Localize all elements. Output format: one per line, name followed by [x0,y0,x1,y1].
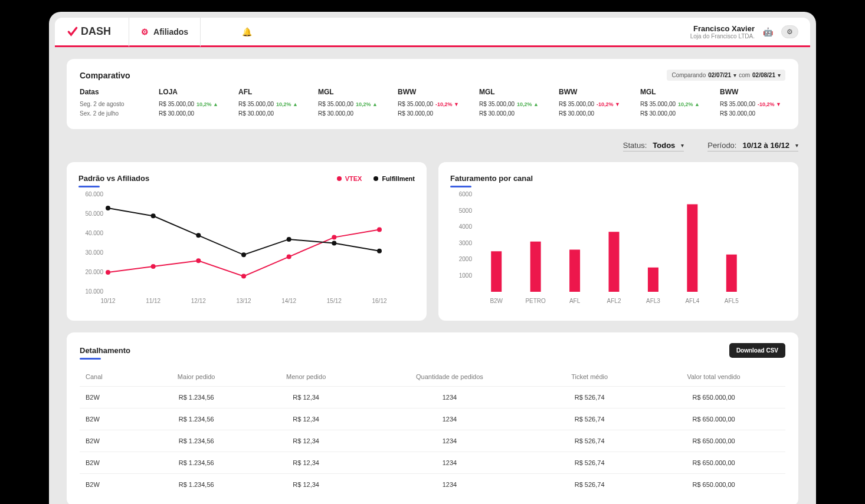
chevron-down-icon: ▾ [778,72,781,78]
user-name: Francisco Xavier [690,24,755,33]
table-cell: R$ 12,34 [250,387,362,409]
svg-text:3000: 3000 [459,240,473,246]
svg-text:AFL2: AFL2 [607,298,621,304]
table-cell: R$ 1.234,56 [143,409,250,430]
svg-point-23 [241,252,246,257]
table-header: Ticket médio [537,367,642,387]
svg-rect-41 [530,242,541,292]
svg-text:5000: 5000 [459,207,473,214]
comparativo-title: Comparativo [80,71,130,80]
detalhamento-table: CanalMaior pedidoMenor pedidoQuantidade … [80,367,785,495]
metric-column: MGL R$ 35.000,00 10,2% ▲ R$ 30.000,00 [318,88,378,118]
metric-column: BWW R$ 35.000,00 -10,2% ▼ R$ 30.000,00 [559,88,620,118]
svg-point-25 [332,241,336,246]
table-cell: B2W [80,474,143,496]
table-cell: R$ 526,74 [537,452,642,474]
filters-bar: Status: Todos ▾ Período: 10/12 à 16/12 ▾ [67,141,798,151]
metric-value: R$ 35.000,00 -10,2% ▼ [398,100,459,109]
robot-icon[interactable]: 🤖 [763,27,773,37]
table-cell: B2W [80,409,143,430]
metric-label: LOJA [159,88,218,96]
detalhamento-card: Detalhamento Download CSV CanalMaior ped… [67,332,798,504]
svg-rect-40 [491,251,502,292]
svg-text:30.000: 30.000 [85,249,103,256]
table-cell: R$ 526,74 [537,474,642,496]
metric-value: R$ 30.000,00 [159,109,218,118]
metric-label: MGL [318,88,378,96]
date-line: Sex. 2 de julho [80,109,139,118]
chevron-down-icon: ▾ [795,142,798,149]
compare-range-selector[interactable]: Comparando 02/07/21▾ com 02/08/21▾ [667,70,785,81]
svg-text:1000: 1000 [459,272,473,279]
metric-value: R$ 35.000,00 -10,2% ▼ [559,100,620,109]
svg-text:14/12: 14/12 [281,298,296,304]
metric-value: R$ 30.000,00 [238,109,298,118]
user-block[interactable]: Francisco Xavier Loja do Francisco LTDA. [690,24,755,39]
table-cell: R$ 12,34 [250,430,362,452]
chevron-down-icon: ▾ [681,142,684,149]
table-cell: R$ 526,74 [537,409,642,430]
svg-text:13/12: 13/12 [236,298,251,304]
breadcrumb-label: Afiliados [153,27,188,37]
svg-point-22 [196,233,201,238]
metric-value: R$ 30.000,00 [559,109,620,118]
gear-icon[interactable]: ⚙ [781,25,798,38]
table-row: B2WR$ 1.234,56R$ 12,341234R$ 526,74R$ 65… [80,474,785,496]
svg-text:2000: 2000 [459,256,473,262]
breadcrumb[interactable]: ⚙ Afiliados [129,18,201,47]
dates-header: Datas [80,88,139,96]
table-cell: R$ 526,74 [537,387,642,409]
bar-chart-card: Faturamento por canal 100020003000400050… [438,162,798,321]
svg-rect-42 [569,250,580,292]
metric-label: BWW [559,88,620,96]
table-cell: 1234 [362,474,537,496]
metric-column: MGL R$ 35.000,00 10,2% ▲ R$ 30.000,00 [640,88,700,118]
table-cell: 1234 [362,387,537,409]
line-chart-card: Padrão vs Afiliados VTEX Fulfillment 10.… [67,162,427,321]
table-cell: 1234 [362,430,537,452]
download-csv-button[interactable]: Download CSV [729,343,785,358]
svg-text:B2W: B2W [490,298,503,304]
svg-rect-46 [726,255,737,292]
metric-value: R$ 35.000,00 10,2% ▲ [640,100,700,109]
svg-rect-45 [687,205,697,292]
detalhamento-title: Detalhamento [80,346,130,355]
chart-title: Padrão vs Afiliados [78,174,149,183]
metric-value: R$ 30.000,00 [640,109,700,118]
bell-icon[interactable]: 🔔 [242,27,252,37]
metric-label: AFL [238,88,298,96]
table-header: Valor total vendido [642,367,785,387]
affiliates-icon: ⚙ [141,27,149,37]
metric-value: R$ 30.000,00 [398,109,459,118]
legend-fulfillment: Fulfillment [373,175,415,182]
table-cell: R$ 650.000,00 [642,387,785,409]
table-cell: R$ 1.234,56 [143,474,250,496]
period-filter[interactable]: Período: 10/12 à 16/12 ▾ [707,141,798,151]
bar-chart: 100020003000400050006000B2WPETROAFLAFL2A… [450,189,757,307]
user-company: Loja do Francisco LTDA. [690,33,755,39]
status-filter[interactable]: Status: Todos ▾ [623,141,684,151]
table-cell: R$ 650.000,00 [642,409,785,430]
table-cell: R$ 12,34 [250,474,362,496]
table-cell: 1234 [362,409,537,430]
svg-point-24 [287,237,291,242]
date-line: Seg. 2 de agosto [80,100,139,109]
svg-text:10/12: 10/12 [100,298,115,304]
metric-label: BWW [720,88,781,96]
svg-text:12/12: 12/12 [191,298,206,304]
metric-column: MGL R$ 35.000,00 10,2% ▲ R$ 30.000,00 [479,88,539,118]
metric-label: BWW [398,88,459,96]
metric-value: R$ 35.000,00 10,2% ▲ [159,100,218,109]
comparativo-card: Comparativo Comparando 02/07/21▾ com 02/… [67,59,798,129]
table-row: B2WR$ 1.234,56R$ 12,341234R$ 526,74R$ 65… [80,430,785,452]
svg-point-16 [241,274,246,279]
svg-rect-43 [609,232,620,292]
svg-point-17 [287,255,291,259]
svg-text:50.000: 50.000 [85,210,103,217]
table-cell: R$ 650.000,00 [642,452,785,474]
svg-text:15/12: 15/12 [327,298,342,304]
svg-text:AFL: AFL [569,298,581,304]
table-row: B2WR$ 1.234,56R$ 12,341234R$ 526,74R$ 65… [80,452,785,474]
svg-point-21 [151,213,156,218]
svg-text:PETRO: PETRO [525,298,546,304]
